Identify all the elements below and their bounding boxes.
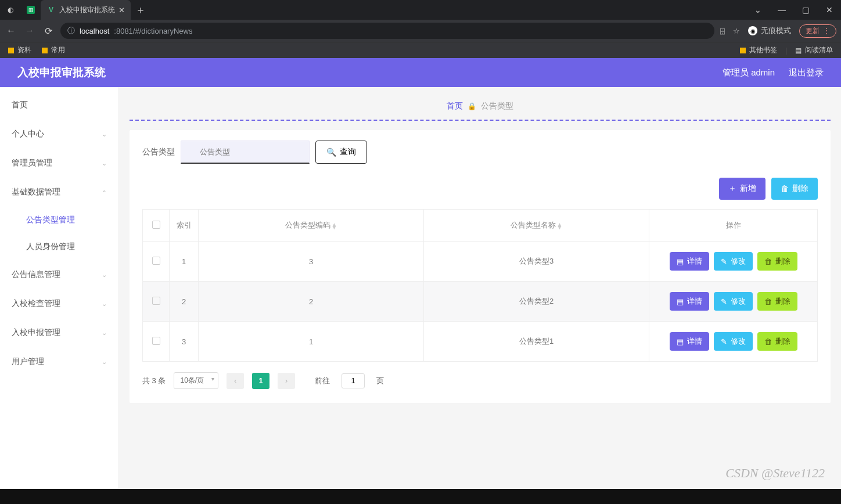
key-icon[interactable]: ⌹ [720, 27, 725, 35]
sidebar-item[interactable]: 首页 [0, 91, 118, 120]
doc-icon: ▤ [677, 337, 684, 346]
tab-title: 入校申报审批系统 [59, 5, 115, 15]
chevron-down-icon: ⌄ [102, 131, 107, 138]
forward-button[interactable]: → [23, 26, 36, 36]
main-content: 首页 🔒 公告类型 公告类型 🔍 🔍 查询 [119, 87, 841, 504]
cell-index: 1 [170, 242, 199, 282]
list-icon: ▤ [795, 46, 802, 55]
app-root: 入校申报审批系统 管理员 admin 退出登录 首页个人中心⌄管理员管理⌄基础数… [0, 58, 841, 504]
new-tab-button[interactable]: ＋ [135, 3, 146, 17]
sidebar-item[interactable]: 入校检查管理⌄ [0, 289, 118, 318]
search-input[interactable] [181, 141, 310, 164]
table-row: 31公告类型1▤ 详情✎ 修改🗑 删除 [143, 322, 818, 362]
chevron-down-icon: ⌄ [102, 300, 107, 308]
toolbar: ＋新增 🗑删除 [142, 178, 818, 200]
breadcrumb: 首页 🔒 公告类型 [130, 93, 831, 120]
col-ops: 操作 [649, 210, 818, 242]
query-button[interactable]: 🔍 查询 [315, 141, 367, 164]
tab-active[interactable]: V 入校申报审批系统 ✕ [41, 0, 131, 20]
breadcrumb-home[interactable]: 首页 [447, 101, 463, 111]
prev-page-button[interactable]: ‹ [227, 373, 244, 389]
trash-icon: 🗑 [764, 257, 772, 266]
row-delete-button[interactable]: 🗑 删除 [757, 252, 797, 271]
row-delete-button[interactable]: 🗑 删除 [757, 292, 797, 311]
address-path: :8081/#/dictionaryNews [114, 27, 192, 35]
minimize-icon[interactable]: — [778, 5, 786, 15]
data-table: 索引 公告类型编码▲▼ 公告类型名称▲▼ 操作 13公告类型3▤ 详情✎ 修改🗑… [142, 209, 818, 362]
bookmark-item[interactable]: 常用 [42, 45, 65, 55]
incognito-icon: ◉ [748, 26, 757, 35]
content-panel: 公告类型 🔍 🔍 查询 ＋新增 🗑删除 [130, 130, 831, 403]
row-checkbox[interactable] [152, 337, 160, 345]
reload-button[interactable]: ⟳ [42, 26, 55, 37]
close-icon[interactable]: ✕ [118, 6, 125, 15]
cell-code: 2 [199, 282, 424, 322]
dashed-divider [130, 120, 831, 121]
plus-icon: ＋ [728, 183, 736, 194]
pager: 共 3 条 10条/页 ‹ 1 › 前往 页 [142, 372, 818, 389]
edit-button[interactable]: ✎ 修改 [714, 332, 753, 351]
chevron-down-icon: ⌄ [102, 271, 107, 279]
table-row: 13公告类型3▤ 详情✎ 修改🗑 删除 [143, 242, 818, 282]
row-checkbox[interactable] [152, 257, 160, 265]
detail-button[interactable]: ▤ 详情 [670, 292, 709, 311]
bookmark-item[interactable]: 资料 [8, 45, 31, 55]
tab-other-2[interactable]: ▥ [21, 0, 41, 20]
select-all-checkbox[interactable] [152, 221, 160, 229]
row-delete-button[interactable]: 🗑 删除 [757, 332, 797, 351]
maximize-icon[interactable]: ▢ [802, 5, 810, 15]
sheets-icon: ▥ [27, 6, 35, 14]
sidebar-subitem[interactable]: 人员身份管理 [12, 233, 118, 260]
sort-icon: ▲▼ [332, 223, 337, 229]
cell-name: 公告类型2 [424, 282, 649, 322]
address-host: localhost [80, 27, 109, 35]
sidebar-item[interactable]: 个人中心⌄ [0, 120, 118, 149]
reading-list[interactable]: ▤阅读清单 [795, 45, 833, 55]
sidebar: 首页个人中心⌄管理员管理⌄基础数据管理⌄公告类型管理人员身份管理公告信息管理⌄入… [0, 87, 119, 504]
incognito-indicator: ◉ 无痕模式 [748, 26, 791, 36]
goto-suffix: 页 [376, 376, 384, 386]
sort-icon: ▲▼ [557, 223, 563, 229]
user-label[interactable]: 管理员 admin [723, 67, 775, 78]
info-icon: ⓘ [67, 26, 75, 36]
sidebar-item[interactable]: 基础数据管理⌄ [0, 178, 118, 207]
window-close-icon[interactable]: ✕ [826, 5, 833, 15]
next-page-button[interactable]: › [278, 373, 295, 389]
table-row: 22公告类型2▤ 详情✎ 修改🗑 删除 [143, 282, 818, 322]
row-checkbox[interactable] [152, 297, 160, 305]
table-header-row: 索引 公告类型编码▲▼ 公告类型名称▲▼ 操作 [143, 210, 818, 242]
chevron-down-icon[interactable]: ⌄ [754, 5, 761, 15]
col-name[interactable]: 公告类型名称▲▼ [424, 210, 649, 242]
app-title: 入校申报审批系统 [17, 65, 106, 80]
bookmarks-bar: 资料 常用 其他书签 | ▤阅读清单 [0, 42, 841, 58]
address-bar[interactable]: ⓘ localhost:8081/#/dictionaryNews [60, 23, 714, 39]
globe-icon: ◐ [6, 5, 15, 15]
goto-page-input[interactable] [342, 373, 365, 388]
edit-button[interactable]: ✎ 修改 [714, 292, 753, 311]
tab-other-1[interactable]: ◐ [0, 0, 21, 20]
detail-button[interactable]: ▤ 详情 [670, 252, 709, 271]
page-size-select[interactable]: 10条/页 [174, 372, 218, 389]
other-bookmarks[interactable]: 其他书签 [740, 45, 777, 55]
goto-prefix: 前往 [315, 376, 330, 386]
sidebar-item[interactable]: 入校申报管理⌄ [0, 318, 118, 347]
col-code[interactable]: 公告类型编码▲▼ [199, 210, 424, 242]
sidebar-item[interactable]: 公告信息管理⌄ [0, 260, 118, 289]
edit-button[interactable]: ✎ 修改 [714, 252, 753, 271]
page-number[interactable]: 1 [252, 373, 269, 389]
star-icon[interactable]: ☆ [733, 27, 740, 35]
cell-name: 公告类型1 [424, 322, 649, 362]
edit-icon: ✎ [721, 257, 727, 266]
cell-name: 公告类型3 [424, 242, 649, 282]
add-button[interactable]: ＋新增 [719, 178, 765, 200]
back-button[interactable]: ← [5, 26, 17, 36]
sidebar-item[interactable]: 管理员管理⌄ [0, 149, 118, 178]
delete-button[interactable]: 🗑删除 [771, 178, 818, 200]
app-header: 入校申报审批系统 管理员 admin 退出登录 [0, 58, 841, 87]
logout-link[interactable]: 退出登录 [789, 67, 824, 78]
tabs-row: ◐ ▥ V 入校申报审批系统 ✕ ＋ ⌄ — ▢ ✕ [0, 0, 841, 20]
sidebar-subitem[interactable]: 公告类型管理 [12, 207, 118, 233]
sidebar-item[interactable]: 用户管理⌄ [0, 347, 118, 376]
detail-button[interactable]: ▤ 详情 [670, 332, 709, 351]
update-button[interactable]: 更新⋮ [799, 24, 836, 38]
